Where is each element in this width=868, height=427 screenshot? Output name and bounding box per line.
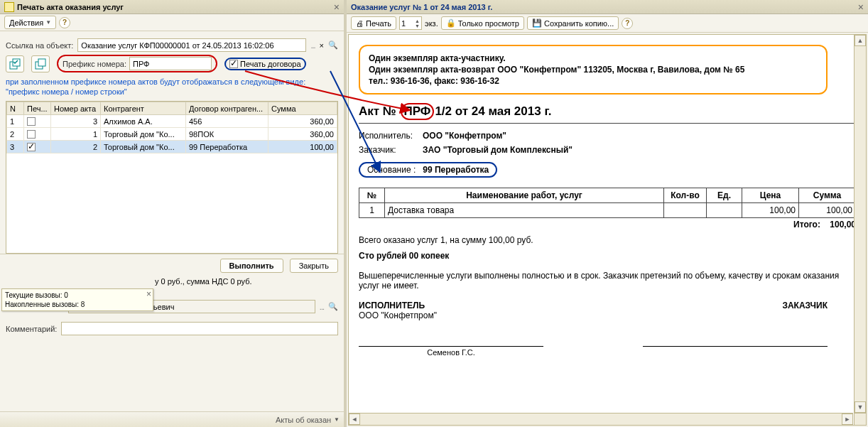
left-toolbar: Действия▼ ? <box>0 14 344 31</box>
link-label: Ссылка на объект: <box>6 41 73 50</box>
left-titlebar: Печать акта оказания услуг × <box>0 0 344 14</box>
right-close-icon[interactable]: × <box>858 1 864 13</box>
row-checkbox[interactable] <box>27 117 36 126</box>
window-icon <box>4 2 14 12</box>
responsible-select[interactable]: ... <box>320 303 324 311</box>
svg-rect-3 <box>38 59 45 66</box>
left-title: Печать акта оказания услуг <box>17 3 334 11</box>
run-button[interactable]: Выполнить <box>220 259 283 273</box>
acts-grid[interactable]: N Печ... Номер акта Контрагент Договор к… <box>6 101 338 254</box>
vscrollbar[interactable]: ▲▼ <box>854 35 866 413</box>
copies-spinner[interactable]: 1▲▼ <box>399 16 422 30</box>
act-prefix-highlight: ПРФ <box>401 103 435 120</box>
col-actno[interactable]: Номер акта <box>51 102 101 115</box>
services-table: №Наименование работ, услугКол-воЕд.ЦенаС… <box>359 188 856 218</box>
link-select[interactable]: ... <box>310 41 315 50</box>
zero-summary: у 0 руб., сумма НДС 0 руб. <box>155 277 252 286</box>
view-only-button[interactable]: 🔒 Только просмотр <box>441 16 524 30</box>
table-row[interactable]: 32Торговый дом "Ко...99 Переработка100,0… <box>7 141 337 153</box>
col-n[interactable]: N <box>7 102 24 115</box>
responsible-lookup-icon[interactable]: 🔍 <box>328 302 338 311</box>
col-contract[interactable]: Договор контраген... <box>186 102 268 115</box>
total-words: Сто рублей 00 копеек <box>359 251 856 261</box>
basis-highlight: Основание : 99 Переработка <box>359 162 497 178</box>
col-sum[interactable]: Сумма <box>268 102 337 115</box>
prefix-hint: при заполненном префиксе номера актов бу… <box>6 77 338 97</box>
recipient-info-box: Один экземпляр акта-участнику. Один экзе… <box>359 45 828 94</box>
print-button[interactable]: 🖨 Печать <box>351 16 396 30</box>
right-titlebar: Оказание услуг № 1 от 24 мая 2013 г. × <box>347 0 868 14</box>
comment-field[interactable] <box>61 322 338 335</box>
row-checkbox[interactable] <box>27 143 36 151</box>
status-text: Акты об оказан <box>276 416 331 424</box>
prefix-label: Префикс номера: <box>63 60 126 68</box>
right-toolbar: 🖨 Печать 1▲▼ экз. 🔒 Только просмотр 💾 Со… <box>347 14 868 33</box>
calls-popup: × Текущие вызовы: 0 Накопленные вызовы: … <box>1 288 153 311</box>
link-clear[interactable]: × <box>320 41 324 50</box>
prefix-group: Префикс номера: <box>57 55 217 72</box>
total-line: Всего оказано услуг 1, на сумму 100,00 р… <box>359 235 856 245</box>
right-help-icon[interactable]: ? <box>622 18 633 29</box>
signatures: ИСПОЛНИТЕЛЬ ООО "Конфетпром" Семенов Г.С… <box>359 301 828 357</box>
left-statusbar: Акты об оказан▼ <box>0 411 344 427</box>
close-icon[interactable]: × <box>334 1 340 13</box>
document-view: Один экземпляр акта-участнику. Один экзе… <box>349 35 866 364</box>
table-row: 1 Доставка товара 100,00 100,00 <box>359 203 856 218</box>
table-row[interactable]: 21Торговый дом "Ко...98ПОК360,00 <box>7 128 337 141</box>
save-copy-button[interactable]: 💾 Сохранить копию... <box>527 16 619 30</box>
help-icon[interactable]: ? <box>59 17 70 28</box>
right-title: Оказание услуг № 1 от 24 мая 2013 г. <box>351 3 858 11</box>
hscrollbar[interactable]: ◄► <box>349 413 853 425</box>
copies-label: экз. <box>425 19 438 28</box>
prefix-input[interactable] <box>129 57 212 70</box>
popup-line2: Накопленные вызовы: 8 <box>5 300 150 309</box>
popup-close-icon[interactable]: × <box>146 290 151 299</box>
close-button[interactable]: Закрыть <box>290 259 338 273</box>
link-field[interactable] <box>77 38 306 52</box>
comment-label: Комментарий: <box>6 325 57 333</box>
link-lookup-icon[interactable]: 🔍 <box>328 40 338 50</box>
col-counterparty[interactable]: Контрагент <box>101 102 186 115</box>
print-contract-checkbox[interactable] <box>229 60 238 68</box>
check-all-button[interactable] <box>6 55 24 72</box>
col-print[interactable]: Печ... <box>24 102 51 115</box>
print-contract-label: Печать договора <box>240 60 301 68</box>
buttons-row: Выполнить Закрыть <box>0 254 344 276</box>
table-row[interactable]: 13Алхимов А.А.456360,00 <box>7 115 337 128</box>
act-title: Акт № ПРФ 1/2 от 24 мая 2013 г. <box>359 103 856 124</box>
claim-text: Вышеперечисленные услуги выполнены полно… <box>359 271 856 291</box>
uncheck-all-button[interactable] <box>31 55 50 72</box>
actions-menu[interactable]: Действия▼ <box>4 16 56 29</box>
row-checkbox[interactable] <box>27 130 36 139</box>
print-contract-group: Печать договора <box>224 58 306 70</box>
popup-line1: Текущие вызовы: 0 <box>5 291 150 300</box>
